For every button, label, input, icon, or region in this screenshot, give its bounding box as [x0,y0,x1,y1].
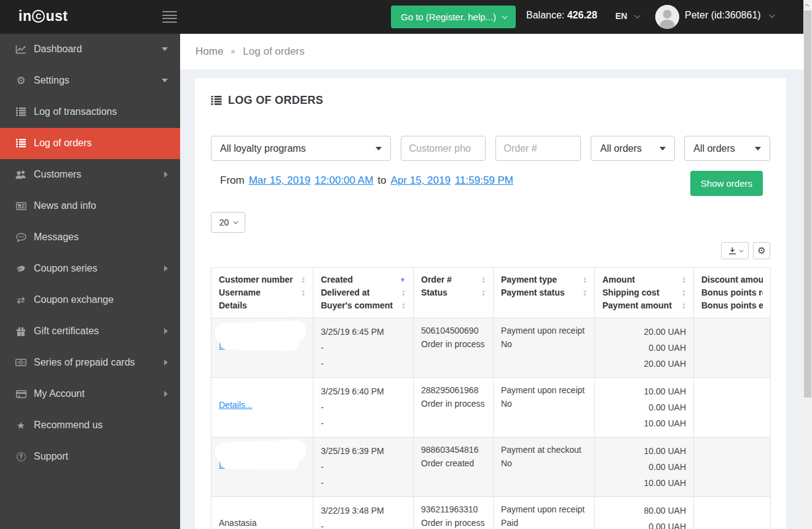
header-order-number[interactable]: Order #▲▼ Status▲▼ [414,268,494,318]
sidebar-item-coupon-exchange[interactable]: ⇄ Coupon exchange [0,284,180,316]
sidebar-item-label: Messages [34,232,79,243]
chevron-down-icon [739,248,743,252]
table-row: Details... 3/25/19 6:45 PM - - 506104500… [211,318,771,378]
page-title: LOG OF ORDERS [211,94,770,107]
sidebar-item-customers[interactable]: Customers [0,159,180,190]
payment-cell: Payment upon receipt No [494,378,595,437]
balance-display: Balance: 426.28 [526,10,597,21]
orders-filter-select-2[interactable]: All orders [684,136,770,161]
credit-card-icon [14,390,28,398]
goto-register-button[interactable]: Go to (Register. help...) [391,6,516,28]
caret-down-icon [660,147,666,151]
question-circle-icon: ? [14,452,28,461]
app-root: inCust Go to (Register. help...) Balance… [0,0,812,529]
sidebar-item-label: Log of transactions [34,106,117,117]
sort-icon[interactable]: ▲▼ [401,289,406,297]
user-menu[interactable]: Peter (id:360861) [685,10,773,21]
sidebar-item-label: Customers [34,169,81,180]
sidebar-item-dashboard[interactable]: Dashboard [0,34,180,65]
payment-cell: Payment upon receipt Paid [494,497,595,529]
download-button[interactable] [721,242,749,259]
amount-cell: 10.00 UAH 0.00 UAH 10.00 UAH [595,378,694,437]
from-date-link[interactable]: Mar 15, 2019 [249,174,310,187]
sidebar-item-label: Recommend us [34,420,103,431]
customer-cell: Details... [211,378,313,437]
chevron-down-icon [634,12,641,18]
created-cell: 3/25/19 6:45 PM - - [313,318,414,378]
header-amount[interactable]: Amount▲▼ Shipping cost▲▼ Payment amount▲… [595,268,694,318]
sidebar-item-series-of-prepaid-cards[interactable]: Series of prepaid cards [0,347,180,378]
money-bill-icon [14,359,28,366]
sidebar-item-settings[interactable]: ⚙ Settings [0,65,180,96]
from-label: From [220,174,245,187]
sort-icon[interactable]: ▲▼ [682,289,686,297]
sort-icon[interactable]: ▲▼ [481,289,486,297]
customer-cell: Details... [211,437,313,497]
customer-cell: Anastasia Details... [211,497,313,529]
loyalty-program-select[interactable]: All loyalty programs [211,136,391,161]
sidebar-item-label: Log of orders [34,138,92,149]
discount-cell [694,437,771,497]
list-icon [211,96,222,105]
sidebar-item-support[interactable]: ? Support [0,441,180,472]
gear-icon: ⚙ [14,74,28,87]
main-content: Home Log of orders LOG OF ORDERS All loy… [180,34,803,529]
sidebar-item-my-account[interactable]: My Account [0,378,180,410]
sort-desc-icon[interactable]: ▼ [400,277,406,283]
sidebar-item-label: Settings [34,75,69,86]
person-icon [655,5,679,29]
tags-icon [14,264,28,273]
sidebar-item-label: Gift certificates [34,326,99,337]
sort-icon[interactable]: ▲▼ [301,289,305,297]
sort-icon[interactable]: ▲▼ [682,276,686,284]
from-time-link[interactable]: 12:00:00 AM [315,174,373,187]
language-selector[interactable]: EN [615,11,639,21]
scrollbar-thumb[interactable] [804,10,811,398]
header-payment[interactable]: Payment type▲▼ Payment status▲▼ [494,268,595,318]
language-label: EN [615,11,627,21]
sidebar-item-log-of-transactions[interactable]: Log of transactions [0,96,180,128]
caret-right-icon [164,359,168,366]
created-cell: 3/22/19 3:48 PM - - [313,497,414,529]
order-cell: 288295061968 Order in process [414,378,494,437]
sidebar-item-recommend-us[interactable]: ★ Recommend us [0,410,180,441]
sidebar-item-news-and-info[interactable]: News and info [0,190,180,222]
sidebar-item-gift-certificates[interactable]: Gift certificates [0,316,180,347]
loyalty-program-value: All loyalty programs [220,143,306,154]
details-link[interactable]: Details... [219,398,252,412]
header-created[interactable]: Created▼ Delivered at▲▼ Buyer's comment▲… [313,268,414,318]
sort-icon[interactable]: ▲▼ [583,289,587,297]
show-orders-button[interactable]: Show orders [690,171,763,196]
sort-icon[interactable]: ▲▼ [481,276,486,284]
header-customer[interactable]: Customer number▲▼ Username▲▼ Details [211,268,313,318]
sort-icon[interactable]: ▲▼ [583,276,587,284]
breadcrumb-home-link[interactable]: Home [195,45,223,58]
sort-icon[interactable]: ▲▼ [682,302,686,310]
log-of-orders-card: LOG OF ORDERS All loyalty programs All o… [195,78,786,529]
sort-icon[interactable]: ▲▼ [401,302,406,310]
orders-filter-select-1[interactable]: All orders [591,136,675,161]
sidebar-item-coupon-series[interactable]: Coupon series [0,253,180,284]
star-icon: ★ [14,420,28,431]
customer-phone-input[interactable] [401,136,486,161]
customer-cell: Details... [211,318,313,378]
user-avatar[interactable] [655,5,679,29]
caret-down-icon [162,79,168,82]
page-size-select[interactable]: 20 [211,212,245,233]
discount-cell [694,318,771,378]
caret-right-icon [164,265,168,272]
discount-cell [694,497,771,529]
scrollbar-up-arrow[interactable] [803,0,812,10]
sidebar-item-messages[interactable]: Messages [0,222,180,253]
table-settings-button[interactable]: ⚙ [753,242,770,259]
to-date-link[interactable]: Apr 15, 2019 [391,174,451,187]
balance-label: Balance: [526,10,564,20]
hamburger-menu-icon[interactable] [162,11,177,23]
to-time-link[interactable]: 11:59:59 PM [455,174,513,187]
list-icon [14,108,28,116]
sort-icon[interactable]: ▲▼ [301,276,305,284]
speech-bubble-icon [14,233,28,242]
vertical-scrollbar[interactable] [803,0,812,529]
sidebar-item-log-of-orders[interactable]: Log of orders [0,128,180,159]
order-number-input[interactable] [495,136,581,161]
